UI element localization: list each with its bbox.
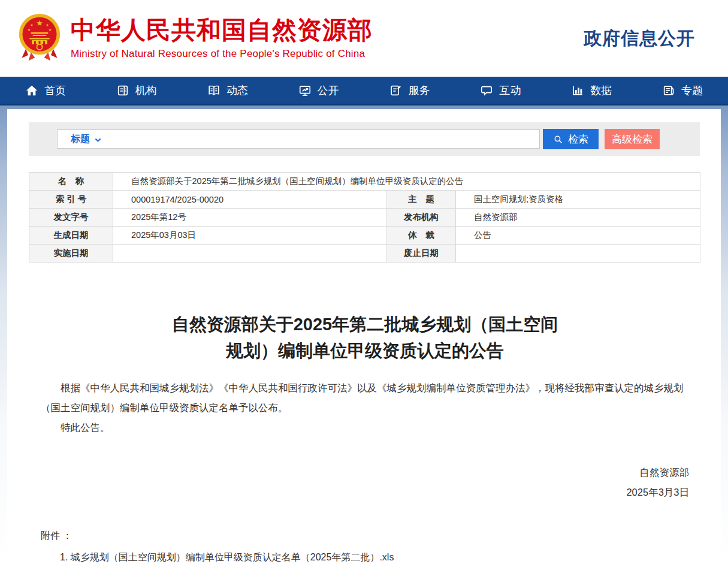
organization-icon	[116, 84, 129, 97]
signature-org: 自然资源部	[41, 463, 689, 482]
meta-value-date-abolished	[456, 245, 700, 263]
attachments: 附件 ： 1. 城乡规划（国土空间规划）编制单位甲级资质认定名单（2025年第二…	[41, 530, 689, 567]
attachment-link[interactable]: 1. 城乡规划（国土空间规划）编制单位甲级资质认定名单（2025年第二批）.xl…	[60, 551, 689, 564]
news-icon	[207, 84, 220, 97]
article-paragraph: 特此公告。	[41, 418, 689, 438]
svg-text:★: ★	[28, 28, 31, 32]
gov-info-disclosure-title[interactable]: 政府信息公开	[584, 26, 695, 51]
nav-item-label: 机构	[135, 83, 157, 98]
search-icon	[553, 134, 563, 144]
nav-item-organization[interactable]: 机构	[91, 77, 182, 104]
article-title-line: 自然资源部关于2025年第二批城乡规划（国土空间	[41, 311, 689, 337]
document-meta-table: 名 称 自然资源部关于2025年第二批城乡规划（国土空间规划）编制单位甲级资质认…	[29, 172, 700, 263]
search-button-label: 检索	[568, 132, 588, 146]
masthead: ★ ★ ★ ★ ★ 中华人民共和国自然资源部 Ministry of Natur…	[0, 0, 728, 77]
page-background: 标题 检索 高级检索	[0, 105, 728, 565]
search-strip: 标题 检索 高级检索	[29, 122, 700, 156]
main-nav: 首页 机构 动态	[0, 77, 728, 105]
article-paragraph: 根据《中华人民共和国城乡规划法》《中华人民共和国行政许可法》以及《城乡规划编制单…	[41, 378, 689, 418]
meta-value-issuer: 自然资源部	[456, 209, 700, 227]
nav-item-label: 动态	[226, 83, 248, 98]
interaction-icon	[480, 84, 493, 97]
search-field-selector[interactable]: 标题	[71, 133, 102, 146]
table-row: 实施日期 废止日期	[29, 245, 700, 263]
meta-value-doc-number: 2025年第12号	[113, 209, 387, 227]
nav-item-topics[interactable]: 专题	[637, 77, 728, 104]
svg-text:★: ★	[30, 23, 34, 27]
nav-item-data[interactable]: 数据	[546, 77, 637, 104]
nav-item-home[interactable]: 首页	[0, 77, 91, 104]
nav-item-interaction[interactable]: 互动	[455, 77, 546, 104]
search-button[interactable]: 检索	[543, 129, 599, 149]
nav-item-label: 互动	[499, 83, 521, 98]
meta-value-subject: 国土空间规划;资质资格	[456, 191, 700, 209]
meta-label-index-number: 索 引 号	[29, 191, 113, 209]
meta-label-date-abolished: 废止日期	[387, 245, 456, 263]
nav-item-news[interactable]: 动态	[182, 77, 273, 104]
meta-value-index-number: 000019174/2025-00020	[113, 191, 387, 209]
svg-text:★: ★	[36, 19, 43, 28]
china-national-emblem-icon[interactable]: ★ ★ ★ ★ ★	[17, 12, 62, 65]
nav-item-label: 公开	[318, 83, 339, 98]
search-box: 标题	[57, 129, 540, 149]
data-icon	[571, 84, 584, 97]
home-icon	[25, 84, 38, 97]
nav-item-label: 服务	[408, 83, 430, 98]
table-row: 名 称 自然资源部关于2025年第二批城乡规划（国土空间规划）编制单位甲级资质认…	[29, 173, 700, 191]
meta-value-genre: 公告	[456, 227, 700, 245]
nav-item-label: 数据	[590, 83, 612, 98]
nav-item-disclosure[interactable]: 公开	[273, 77, 364, 104]
search-input[interactable]	[108, 131, 533, 147]
signature-date: 2025年3月3日	[41, 482, 689, 502]
meta-value-date-created: 2025年03月03日	[113, 227, 387, 245]
meta-value-date-effective	[113, 245, 387, 263]
article-body: 根据《中华人民共和国城乡规划法》《中华人民共和国行政许可法》以及《城乡规划编制单…	[41, 378, 689, 438]
meta-label-genre: 体 裁	[387, 227, 456, 245]
nav-item-services[interactable]: 服务	[364, 77, 455, 104]
search-field-selector-label: 标题	[71, 133, 90, 146]
advanced-search-button[interactable]: 高级检索	[605, 129, 660, 149]
chevron-down-icon	[94, 136, 102, 144]
content-box: 标题 检索 高级检索	[7, 109, 721, 565]
topics-icon	[662, 84, 675, 97]
nav-item-label: 首页	[44, 83, 66, 98]
table-row: 发文字号 2025年第12号 发布机构 自然资源部	[29, 209, 700, 227]
meta-label-issuer: 发布机构	[387, 209, 456, 227]
services-icon	[389, 84, 402, 97]
meta-label-date-created: 生成日期	[29, 227, 113, 245]
meta-value-name: 自然资源部关于2025年第二批城乡规划（国土空间规划）编制单位甲级资质认定的公告	[113, 173, 700, 191]
meta-label-doc-number: 发文字号	[29, 209, 113, 227]
article-title-line: 规划）编制单位甲级资质认定的公告	[41, 337, 689, 364]
signature-block: 自然资源部 2025年3月3日	[41, 463, 689, 502]
svg-text:★: ★	[49, 28, 52, 32]
nav-item-label: 专题	[681, 83, 703, 98]
meta-label-date-effective: 实施日期	[29, 245, 113, 263]
article-title: 自然资源部关于2025年第二批城乡规划（国土空间 规划）编制单位甲级资质认定的公…	[41, 311, 689, 364]
meta-label-name: 名 称	[29, 173, 113, 191]
disclosure-icon	[298, 84, 312, 97]
site-brand[interactable]: 中华人民共和国自然资源部 Ministry of Natural Resourc…	[71, 17, 373, 59]
svg-text:★: ★	[46, 23, 49, 27]
site-subtitle: Ministry of Natural Resources of the Peo…	[71, 48, 373, 60]
table-row: 生成日期 2025年03月03日 体 裁 公告	[29, 227, 700, 245]
meta-label-subject: 主 题	[387, 191, 456, 209]
table-row: 索 引 号 000019174/2025-00020 主 题 国土空间规划;资质…	[29, 191, 700, 209]
attachments-label: 附件 ：	[41, 530, 689, 542]
article: 自然资源部关于2025年第二批城乡规划（国土空间 规划）编制单位甲级资质认定的公…	[41, 311, 689, 567]
site-title: 中华人民共和国自然资源部	[71, 17, 373, 44]
